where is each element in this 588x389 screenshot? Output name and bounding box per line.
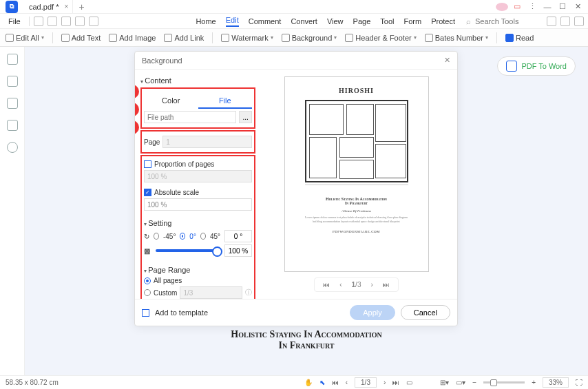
background-button[interactable]: Background▾ (282, 34, 337, 42)
range-custom-radio[interactable] (144, 289, 151, 296)
document-tab[interactable]: cad.pdf * × (23, 0, 73, 14)
fullscreen-icon[interactable]: ⛶ (576, 379, 582, 386)
content-section[interactable]: Content (140, 76, 255, 85)
menu-comment[interactable]: Comment (249, 17, 282, 25)
select-tool-icon[interactable]: ⬉ (319, 379, 325, 386)
watermark-button[interactable]: Watermark▾ (221, 34, 273, 42)
new-tab-button[interactable]: + (73, 1, 90, 12)
pager-prev-icon[interactable]: ‹ (339, 281, 342, 288)
page-range-section[interactable]: Page Range (144, 266, 252, 274)
rot-0[interactable] (180, 233, 185, 240)
range-all-radio[interactable] (144, 277, 151, 284)
file-path-input[interactable] (144, 111, 236, 123)
read-button[interactable]: Read (505, 34, 534, 42)
main-menu: Home Edit Comment Convert View Page Tool… (196, 16, 455, 27)
page-text: Holistic Staying In Accommodation In Fra… (135, 329, 478, 351)
apply-button[interactable]: Apply (350, 305, 395, 320)
add-text-button[interactable]: Add Text (61, 34, 101, 42)
minimize-icon[interactable]: — (541, 3, 554, 11)
tab-filename: cad.pdf * (29, 3, 59, 11)
last-page-icon[interactable]: ⏭ (392, 379, 399, 386)
bates-number-button[interactable]: Bates Number▾ (425, 34, 488, 42)
cancel-button[interactable]: Cancel (401, 305, 450, 320)
prop-pages-input (144, 170, 252, 182)
chevron-down-icon: ▾ (41, 34, 44, 41)
menu-home[interactable]: Home (196, 17, 216, 25)
note-icon[interactable]: ▭ (511, 2, 523, 11)
add-template-check[interactable] (142, 309, 149, 317)
menu-protect[interactable]: Protect (431, 17, 455, 25)
rot-n45[interactable] (154, 233, 159, 240)
menu-page[interactable]: Page (353, 17, 371, 25)
left-sidebar (0, 47, 25, 375)
save-icon[interactable] (34, 17, 43, 26)
add-image-button[interactable]: Add Image (109, 34, 156, 42)
undo-icon[interactable] (75, 17, 85, 26)
pdf-to-word-button[interactable]: PDF To Word (497, 56, 576, 76)
callout-2: 2 (135, 103, 139, 116)
print-icon[interactable] (61, 17, 71, 26)
floorplan-image (305, 100, 408, 182)
bookmarks-icon[interactable] (7, 76, 18, 87)
preview-pager: ⏮ ‹ 1/3 › ⏭ (314, 277, 399, 292)
more-icon[interactable]: ⋮ (526, 2, 538, 11)
background-dialog: Background ✕ 1 2 3 Content Color File ..… (134, 51, 458, 326)
page-input[interactable] (162, 136, 252, 148)
opacity-input[interactable] (224, 244, 252, 257)
info-icon: ⓘ (245, 288, 252, 297)
tab-color[interactable]: Color (144, 94, 198, 109)
menu-convert[interactable]: Convert (291, 17, 317, 25)
pager-next-icon[interactable]: › (370, 281, 372, 288)
close-window-icon[interactable]: ✕ (571, 2, 584, 11)
rot-input[interactable] (224, 230, 252, 242)
first-page-icon[interactable]: ⏮ (332, 379, 339, 386)
page-label: Page (144, 138, 160, 146)
browse-button[interactable]: ... (239, 111, 252, 123)
pager-first-icon[interactable]: ⏮ (323, 281, 330, 288)
pager-last-icon[interactable]: ⏭ (383, 281, 390, 288)
setting-section[interactable]: Setting (144, 219, 252, 227)
redo-icon[interactable] (89, 17, 98, 26)
opacity-slider[interactable] (156, 249, 219, 252)
edit-all-button[interactable]: Edit All▾ (6, 34, 44, 42)
menu-edit[interactable]: Edit (226, 16, 239, 27)
zoom-value[interactable]: 33% (543, 377, 569, 388)
account-badge[interactable] (496, 3, 508, 11)
menu-form[interactable]: Form (403, 17, 421, 25)
zoom-out-icon[interactable]: − (472, 379, 476, 386)
app-icon: ⧉ (6, 1, 18, 13)
share-icon[interactable] (547, 17, 556, 26)
thumbnails-icon[interactable] (7, 54, 18, 65)
cloud-icon[interactable] (560, 17, 570, 26)
fit-page-icon[interactable]: ⊞▾ (440, 379, 449, 386)
page-indicator[interactable]: 1/3 (355, 377, 377, 388)
abs-scale-check[interactable]: ✓ (144, 189, 151, 196)
dialog-close-icon[interactable]: ✕ (444, 56, 450, 65)
add-link-button[interactable]: Add Link (164, 34, 204, 42)
fit-width-icon[interactable]: ▭▾ (456, 379, 465, 386)
attachments-icon[interactable] (7, 120, 18, 131)
search-panel-icon[interactable] (7, 142, 18, 153)
tab-file[interactable]: File (198, 94, 253, 109)
hand-tool-icon[interactable]: ✋ (304, 379, 313, 386)
prev-page-icon[interactable]: ‹ (346, 379, 348, 386)
read-mode-icon[interactable]: ▭ (406, 379, 412, 386)
next-page-icon[interactable]: › (384, 379, 386, 386)
abs-scale-input[interactable] (144, 198, 252, 211)
dimensions-label: 58.35 x 80.72 cm (6, 379, 59, 386)
menu-view[interactable]: View (327, 17, 344, 25)
close-tab-icon[interactable]: × (65, 3, 69, 10)
header-footer-button[interactable]: Header & Footer▾ (345, 34, 416, 42)
search-input[interactable] (475, 17, 537, 25)
menu-tool[interactable]: Tool (380, 17, 394, 25)
prop-pages-check[interactable] (144, 160, 151, 168)
preview-heading: HIROSHI (339, 87, 374, 94)
file-menu[interactable]: File (4, 17, 25, 25)
mail-icon[interactable] (48, 17, 57, 26)
home-icon[interactable] (574, 17, 584, 26)
rot-p45[interactable] (200, 233, 206, 240)
zoom-slider[interactable] (483, 381, 525, 383)
zoom-in-icon[interactable]: + (532, 379, 536, 386)
comments-icon[interactable] (7, 98, 18, 109)
maximize-icon[interactable]: ☐ (556, 2, 569, 11)
